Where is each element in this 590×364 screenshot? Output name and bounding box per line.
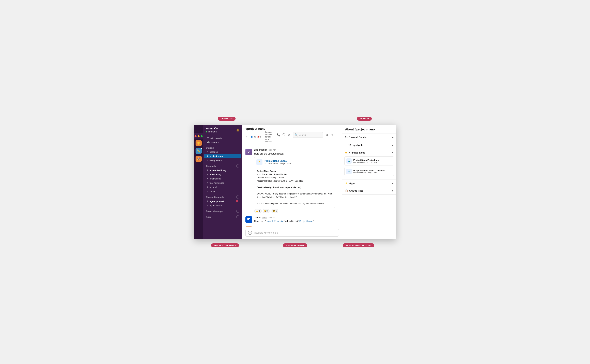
- maximize-button[interactable]: [201, 135, 203, 137]
- search-box[interactable]: 🔍 Search: [293, 132, 323, 138]
- phone-icon[interactable]: 📞: [277, 133, 280, 136]
- shared-files-toggle[interactable]: 📋 Shared Files ▶: [342, 187, 396, 195]
- pinned-item-checklist[interactable]: Project Nano Launch Checklist Document f…: [344, 167, 394, 176]
- sidebar-nav: ☰ All Unreads 💬 Threads Starred # accoun…: [203, 135, 242, 239]
- workspace-name: Acme Corp: [206, 127, 220, 130]
- direct-messages-header: Direct Messages +: [203, 208, 242, 213]
- starred-section-header: Starred: [203, 145, 242, 150]
- apps-integrations-annotation: APPS & INTEGRATIONS: [343, 243, 374, 247]
- minimize-button[interactable]: [197, 135, 200, 137]
- emoji-button[interactable]: 😊: [196, 140, 202, 146]
- drive-icon: [256, 159, 262, 165]
- sidebar-item-agency-swell[interactable]: # agency-swell: [204, 203, 241, 208]
- time-1: 9:05 AM: [269, 149, 276, 151]
- icon-strip: 😊 ✏️ 🚀: [194, 125, 203, 239]
- settings-icon[interactable]: ⚙: [288, 133, 290, 136]
- file-attachment-specs[interactable]: Project Nano Specs Document from Google …: [254, 157, 335, 208]
- highlights-toggle[interactable]: ✦ 10 Highlights ▶: [342, 141, 396, 149]
- channel-header: #project-nano ☆ | 👤 36 📌 5 |: [242, 125, 342, 145]
- sidebar-item-project-nano[interactable]: # project-nano: [204, 154, 241, 158]
- message-input-box[interactable]: + Message #project-nano: [245, 229, 339, 237]
- close-button[interactable]: [195, 135, 197, 137]
- msg-content-1: Zoë Portillo 9:05 AM Here are the update…: [254, 149, 339, 213]
- highlights-icon: ✦: [345, 144, 347, 146]
- mention-icon[interactable]: @: [326, 133, 328, 136]
- reaction-cool[interactable]: 😎1: [271, 209, 278, 213]
- pinned-source-2: Document from Google Drive: [353, 172, 386, 174]
- add-app-button[interactable]: +: [236, 215, 239, 218]
- notifications-icon[interactable]: 🔔: [236, 128, 239, 132]
- reaction-sweat[interactable]: 😅6: [263, 209, 270, 213]
- header-action-icons: 📞 ⓘ ⚙: [277, 133, 290, 137]
- agency-boost-badge: 2: [236, 200, 238, 202]
- reactions-1: 👍1 😅6 😎1: [254, 209, 339, 213]
- project-nano-link[interactable]: Project Nano: [299, 220, 313, 223]
- sidebar-item-agency-boost[interactable]: # agency-boost 2: [204, 199, 241, 203]
- panel-section-apps: ⚡ Apps ▶: [342, 180, 396, 187]
- channel-meta: ☆ | 👤 36 📌 5 | Launch channel for our ne…: [245, 131, 275, 143]
- pinned-toggle[interactable]: ★ 7 Pinned Items ▼: [342, 149, 396, 156]
- message-input-annotation: MESSAGE INPUT: [283, 243, 307, 247]
- reaction-thumbs[interactable]: 👍1: [254, 209, 262, 213]
- pinned-item-projections[interactable]: Project Nano Projections Document from G…: [344, 156, 394, 165]
- sidebar-item-engineering[interactable]: # engineering: [204, 177, 241, 181]
- message-input-placeholder[interactable]: Message #project-nano: [254, 231, 278, 234]
- apps-icon: ⚡: [345, 182, 348, 184]
- msg-header-1: Zoë Portillo 9:05 AM: [254, 149, 339, 151]
- add-dm-button[interactable]: +: [236, 210, 239, 213]
- msg-text-1: Here are the updated specs:: [254, 152, 339, 156]
- avatar-zoe: Z: [245, 149, 252, 155]
- sidebar-item-advertising[interactable]: # advertising: [204, 172, 241, 177]
- search-input-placeholder[interactable]: Search: [299, 134, 306, 136]
- add-shared-channel-button[interactable]: +: [236, 195, 239, 199]
- sidebar: Acme Corp Brandon 🔔 ☰ All Unreads 💬 Thre…: [203, 125, 242, 239]
- sidebar-item-feat-homepage[interactable]: # feat-homepage: [204, 181, 241, 185]
- sidebar-item-accounts[interactable]: # accounts: [204, 150, 241, 154]
- bookmark-icon[interactable]: ☆: [331, 133, 334, 136]
- pinned-drive-icon-1: [346, 158, 352, 164]
- panel-section-channel-details: ⓘ Channel Details ▶: [342, 133, 396, 141]
- star-icon[interactable]: ☆: [245, 136, 247, 138]
- right-panel: About #project-nano ⓘ Channel Details ▶ …: [342, 125, 396, 239]
- attach-button[interactable]: +: [248, 231, 252, 235]
- sidebar-item-design-team[interactable]: # design-team: [204, 158, 241, 162]
- avatar-trello: [245, 216, 252, 223]
- shared-files-chevron: ▶: [392, 190, 393, 192]
- sidebar-item-accounts-hiring[interactable]: # accounts-hiring: [204, 168, 241, 172]
- status-dot: [206, 131, 207, 132]
- sidebar-item-general[interactable]: # general: [204, 185, 241, 189]
- sidebar-item-all-unreads[interactable]: ☰ All Unreads: [204, 136, 241, 140]
- panel-section-shared-files: 📋 Shared Files ▶: [342, 187, 396, 195]
- svg-rect-1: [249, 218, 250, 219]
- launch-checklist-link[interactable]: Launch Checklist: [266, 220, 284, 223]
- more-options-icon[interactable]: ⋮: [336, 133, 339, 136]
- search-annotation: SEARCH: [357, 117, 372, 121]
- file-title-specs: Project Nano Specs: [264, 160, 291, 162]
- channel-details-icon: ⓘ: [345, 136, 347, 139]
- info-icon[interactable]: ⓘ: [282, 133, 285, 137]
- threads-icon: 💬: [207, 141, 210, 144]
- header-icons: 📞 ⓘ ⚙ 🔍 Search @ ☆ ⋮: [277, 132, 339, 138]
- add-channel-button[interactable]: +: [236, 164, 239, 168]
- msg-header-2: Trello APP 9:56 AM: [254, 216, 339, 219]
- sidebar-item-intros[interactable]: # intros: [204, 189, 241, 194]
- search-icon: 🔍: [295, 133, 298, 136]
- pinned-count: 📌 5: [257, 136, 261, 138]
- time-2: 9:56 AM: [268, 216, 275, 219]
- file-header-specs: Project Nano Specs Document from Google …: [254, 157, 335, 167]
- sidebar-item-threads[interactable]: 💬 Threads: [204, 140, 241, 145]
- panel-section-highlights: ✦ 10 Highlights ▶: [342, 141, 396, 149]
- apps-toggle[interactable]: ⚡ Apps ▶: [342, 180, 396, 187]
- file-source-specs: Document from Google Drive: [264, 162, 291, 165]
- messages-area: Z Zoë Portillo 9:05 AM Here are the upda…: [242, 145, 342, 227]
- sender-zoe: Zoë Portillo: [254, 149, 267, 151]
- message-input-area: + Message #project-nano: [242, 227, 342, 239]
- user-name: Brandon: [208, 130, 216, 133]
- channels-annotation: CHANNELS: [218, 117, 236, 121]
- compose-button[interactable]: ✏️: [196, 148, 202, 154]
- rocket-button[interactable]: 🚀: [196, 156, 202, 162]
- panel-title: About #project-nano: [342, 125, 396, 133]
- channel-details-toggle[interactable]: ⓘ Channel Details ▶: [342, 133, 396, 141]
- user-status: Brandon: [206, 130, 220, 133]
- pinned-items-body: Project Nano Projections Document from G…: [342, 156, 396, 179]
